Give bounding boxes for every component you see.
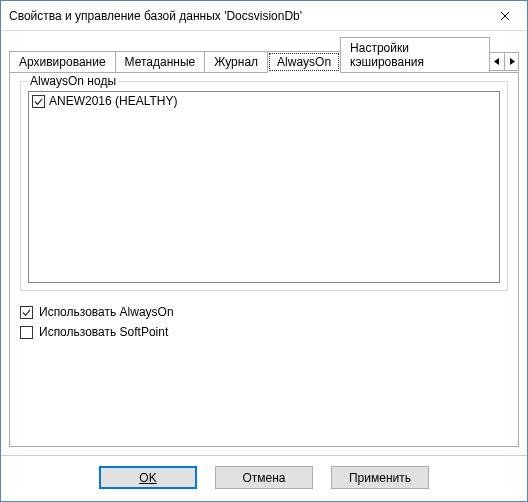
tabs-container: Архивирование Метаданные Журнал AlwaysOn… <box>9 37 489 72</box>
triangle-right-icon <box>509 58 515 65</box>
nodes-listbox[interactable]: ANEW2016 (HEALTHY) <box>28 91 500 283</box>
content-area: Архивирование Метаданные Журнал AlwaysOn… <box>1 31 527 455</box>
label-use-softpoint: Использовать SoftPoint <box>39 325 168 339</box>
tab-alwayson[interactable]: AlwaysOn <box>267 51 341 73</box>
label-use-alwayson: Использовать AlwaysOn <box>39 305 174 319</box>
window-title: Свойства и управление базой данных 'Docs… <box>1 9 482 23</box>
node-checkbox[interactable] <box>32 95 45 108</box>
option-use-softpoint[interactable]: Использовать SoftPoint <box>20 325 508 339</box>
groupbox-alwayson-nodes: AlwaysOn ноды ANEW2016 (HEALTHY) <box>20 81 508 291</box>
checkbox-use-alwayson[interactable] <box>20 306 33 319</box>
apply-button[interactable]: Применить <box>331 466 429 489</box>
tab-archiving[interactable]: Архивирование <box>9 51 116 72</box>
tab-cache-settings[interactable]: Настройки кэширования <box>340 37 490 72</box>
tab-journal[interactable]: Журнал <box>204 51 268 72</box>
dialog-window: Свойства и управление базой данных 'Docs… <box>0 0 528 502</box>
tab-scroll-buttons <box>489 52 519 71</box>
button-bar: OK Отмена Применить <box>1 455 527 501</box>
close-icon <box>500 11 510 21</box>
cancel-button[interactable]: Отмена <box>215 466 313 489</box>
titlebar: Свойства и управление базой данных 'Docs… <box>1 1 527 31</box>
tab-panel-alwayson: AlwaysOn ноды ANEW2016 (HEALTHY) Использ… <box>9 72 519 447</box>
list-item[interactable]: ANEW2016 (HEALTHY) <box>32 94 496 108</box>
close-button[interactable] <box>482 1 527 30</box>
checkbox-use-softpoint[interactable] <box>20 326 33 339</box>
tab-scroll-left-button[interactable] <box>490 53 504 70</box>
option-use-alwayson[interactable]: Использовать AlwaysOn <box>20 305 508 319</box>
tab-metadata[interactable]: Метаданные <box>115 51 206 72</box>
triangle-left-icon <box>494 58 500 65</box>
groupbox-legend: AlwaysOn ноды <box>27 74 119 88</box>
tab-scroll-right-button[interactable] <box>504 53 518 70</box>
options-area: Использовать AlwaysOn Использовать SoftP… <box>20 305 508 345</box>
node-label: ANEW2016 (HEALTHY) <box>49 94 177 108</box>
tab-strip: Архивирование Метаданные Журнал AlwaysOn… <box>9 37 519 72</box>
ok-button[interactable]: OK <box>99 466 197 489</box>
